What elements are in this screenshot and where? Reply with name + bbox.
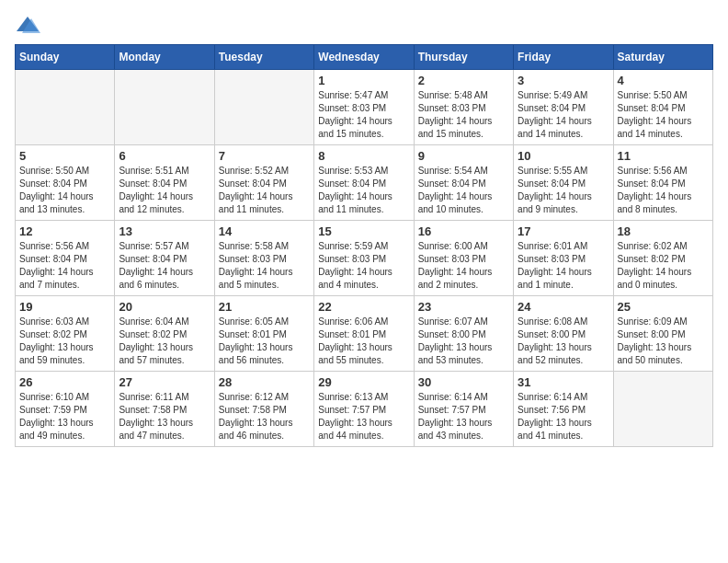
day-info: Sunrise: 5:50 AM Sunset: 8:04 PM Dayligh…: [618, 89, 709, 141]
day-number: 9: [418, 149, 509, 163]
calendar-cell: 3Sunrise: 5:49 AM Sunset: 8:04 PM Daylig…: [514, 70, 613, 145]
day-number: 12: [19, 224, 110, 238]
calendar-cell: 12Sunrise: 5:56 AM Sunset: 8:04 PM Dayli…: [16, 221, 115, 296]
day-info: Sunrise: 5:48 AM Sunset: 8:03 PM Dayligh…: [418, 89, 509, 141]
day-number: 19: [19, 300, 110, 314]
day-info: Sunrise: 6:09 AM Sunset: 8:00 PM Dayligh…: [618, 316, 709, 367]
day-info: Sunrise: 5:58 AM Sunset: 8:03 PM Dayligh…: [219, 240, 310, 292]
day-number: 4: [618, 74, 709, 87]
days-header-row: SundayMondayTuesdayWednesdayThursdayFrid…: [16, 45, 713, 70]
day-number: 8: [318, 149, 409, 163]
calendar-cell: 11Sunrise: 5:56 AM Sunset: 8:04 PM Dayli…: [613, 145, 712, 221]
day-info: Sunrise: 6:10 AM Sunset: 7:59 PM Dayligh…: [19, 391, 110, 442]
day-number: 14: [219, 224, 310, 238]
day-number: 11: [618, 149, 709, 163]
day-info: Sunrise: 5:52 AM Sunset: 8:04 PM Dayligh…: [219, 165, 310, 216]
day-info: Sunrise: 6:03 AM Sunset: 8:02 PM Dayligh…: [19, 316, 110, 367]
day-info: Sunrise: 5:47 AM Sunset: 8:03 PM Dayligh…: [318, 89, 409, 141]
day-number: 24: [518, 300, 609, 314]
day-number: 7: [219, 149, 310, 163]
day-info: Sunrise: 6:07 AM Sunset: 8:00 PM Dayligh…: [418, 316, 509, 367]
day-info: Sunrise: 5:56 AM Sunset: 8:04 PM Dayligh…: [618, 165, 709, 216]
day-info: Sunrise: 6:06 AM Sunset: 8:01 PM Dayligh…: [318, 316, 409, 367]
calendar-cell: 22Sunrise: 6:06 AM Sunset: 8:01 PM Dayli…: [314, 296, 414, 372]
day-number: 6: [119, 149, 210, 163]
day-info: Sunrise: 6:13 AM Sunset: 7:57 PM Dayligh…: [318, 391, 409, 442]
calendar-cell: 20Sunrise: 6:04 AM Sunset: 8:02 PM Dayli…: [115, 296, 214, 372]
day-number: 21: [219, 300, 310, 314]
week-row-1: 1Sunrise: 5:47 AM Sunset: 8:03 PM Daylig…: [16, 70, 713, 145]
calendar-cell: 5Sunrise: 5:50 AM Sunset: 8:04 PM Daylig…: [16, 145, 115, 221]
day-header-wednesday: Wednesday: [314, 45, 414, 70]
day-info: Sunrise: 5:59 AM Sunset: 8:03 PM Dayligh…: [318, 240, 409, 292]
day-info: Sunrise: 6:01 AM Sunset: 8:03 PM Dayligh…: [518, 240, 609, 292]
calendar-cell: [115, 70, 214, 145]
calendar-cell: 1Sunrise: 5:47 AM Sunset: 8:03 PM Daylig…: [314, 70, 414, 145]
calendar-cell: 28Sunrise: 6:12 AM Sunset: 7:58 PM Dayli…: [214, 372, 313, 447]
day-number: 16: [418, 224, 509, 238]
day-info: Sunrise: 6:02 AM Sunset: 8:02 PM Dayligh…: [618, 240, 709, 292]
day-number: 3: [518, 74, 609, 87]
day-header-saturday: Saturday: [613, 45, 712, 70]
day-info: Sunrise: 5:51 AM Sunset: 8:04 PM Dayligh…: [119, 165, 210, 216]
day-number: 2: [418, 74, 509, 87]
calendar-cell: 27Sunrise: 6:11 AM Sunset: 7:58 PM Dayli…: [115, 372, 214, 447]
calendar-cell: 13Sunrise: 5:57 AM Sunset: 8:04 PM Dayli…: [115, 221, 214, 296]
calendar-cell: 17Sunrise: 6:01 AM Sunset: 8:03 PM Dayli…: [514, 221, 613, 296]
day-number: 27: [119, 375, 210, 389]
calendar-cell: 8Sunrise: 5:53 AM Sunset: 8:04 PM Daylig…: [314, 145, 414, 221]
day-info: Sunrise: 5:56 AM Sunset: 8:04 PM Dayligh…: [19, 240, 110, 292]
week-row-3: 12Sunrise: 5:56 AM Sunset: 8:04 PM Dayli…: [16, 221, 713, 296]
day-info: Sunrise: 5:55 AM Sunset: 8:04 PM Dayligh…: [518, 165, 609, 216]
day-number: 13: [119, 224, 210, 238]
day-header-sunday: Sunday: [16, 45, 115, 70]
day-info: Sunrise: 5:54 AM Sunset: 8:04 PM Dayligh…: [418, 165, 509, 216]
calendar-cell: 10Sunrise: 5:55 AM Sunset: 8:04 PM Dayli…: [514, 145, 613, 221]
day-number: 22: [318, 300, 409, 314]
day-info: Sunrise: 6:08 AM Sunset: 8:00 PM Dayligh…: [518, 316, 609, 367]
calendar-cell: 24Sunrise: 6:08 AM Sunset: 8:00 PM Dayli…: [514, 296, 613, 372]
day-info: Sunrise: 6:14 AM Sunset: 7:57 PM Dayligh…: [418, 391, 509, 442]
day-header-monday: Monday: [115, 45, 214, 70]
logo: [15, 15, 44, 35]
day-number: 1: [318, 74, 409, 87]
calendar-cell: 16Sunrise: 6:00 AM Sunset: 8:03 PM Dayli…: [414, 221, 513, 296]
calendar-cell: 4Sunrise: 5:50 AM Sunset: 8:04 PM Daylig…: [613, 70, 712, 145]
day-info: Sunrise: 6:12 AM Sunset: 7:58 PM Dayligh…: [219, 391, 310, 442]
day-header-thursday: Thursday: [414, 45, 513, 70]
day-number: 30: [418, 375, 509, 389]
day-number: 17: [518, 224, 609, 238]
day-number: 15: [318, 224, 409, 238]
day-number: 18: [618, 224, 709, 238]
calendar-cell: 23Sunrise: 6:07 AM Sunset: 8:00 PM Dayli…: [414, 296, 513, 372]
logo-icon: [15, 15, 40, 35]
page-header: [15, 15, 713, 35]
calendar-cell: 18Sunrise: 6:02 AM Sunset: 8:02 PM Dayli…: [613, 221, 712, 296]
day-number: 23: [418, 300, 509, 314]
day-info: Sunrise: 5:53 AM Sunset: 8:04 PM Dayligh…: [318, 165, 409, 216]
day-info: Sunrise: 6:04 AM Sunset: 8:02 PM Dayligh…: [119, 316, 210, 367]
day-header-friday: Friday: [514, 45, 613, 70]
calendar-cell: 7Sunrise: 5:52 AM Sunset: 8:04 PM Daylig…: [214, 145, 313, 221]
week-row-2: 5Sunrise: 5:50 AM Sunset: 8:04 PM Daylig…: [16, 145, 713, 221]
calendar-cell: 14Sunrise: 5:58 AM Sunset: 8:03 PM Dayli…: [214, 221, 313, 296]
week-row-5: 26Sunrise: 6:10 AM Sunset: 7:59 PM Dayli…: [16, 372, 713, 447]
day-info: Sunrise: 5:49 AM Sunset: 8:04 PM Dayligh…: [518, 89, 609, 141]
calendar-cell: 30Sunrise: 6:14 AM Sunset: 7:57 PM Dayli…: [414, 372, 513, 447]
calendar-cell: [16, 70, 115, 145]
day-info: Sunrise: 5:57 AM Sunset: 8:04 PM Dayligh…: [119, 240, 210, 292]
day-number: 25: [618, 300, 709, 314]
calendar-cell: 6Sunrise: 5:51 AM Sunset: 8:04 PM Daylig…: [115, 145, 214, 221]
calendar-cell: 21Sunrise: 6:05 AM Sunset: 8:01 PM Dayli…: [214, 296, 313, 372]
calendar-cell: 2Sunrise: 5:48 AM Sunset: 8:03 PM Daylig…: [414, 70, 513, 145]
calendar-cell: [214, 70, 313, 145]
day-number: 26: [19, 375, 110, 389]
week-row-4: 19Sunrise: 6:03 AM Sunset: 8:02 PM Dayli…: [16, 296, 713, 372]
calendar-cell: 9Sunrise: 5:54 AM Sunset: 8:04 PM Daylig…: [414, 145, 513, 221]
calendar-table: SundayMondayTuesdayWednesdayThursdayFrid…: [15, 44, 713, 447]
day-header-tuesday: Tuesday: [214, 45, 313, 70]
calendar-cell: 19Sunrise: 6:03 AM Sunset: 8:02 PM Dayli…: [16, 296, 115, 372]
day-number: 10: [518, 149, 609, 163]
day-number: 29: [318, 375, 409, 389]
calendar-cell: [613, 372, 712, 447]
